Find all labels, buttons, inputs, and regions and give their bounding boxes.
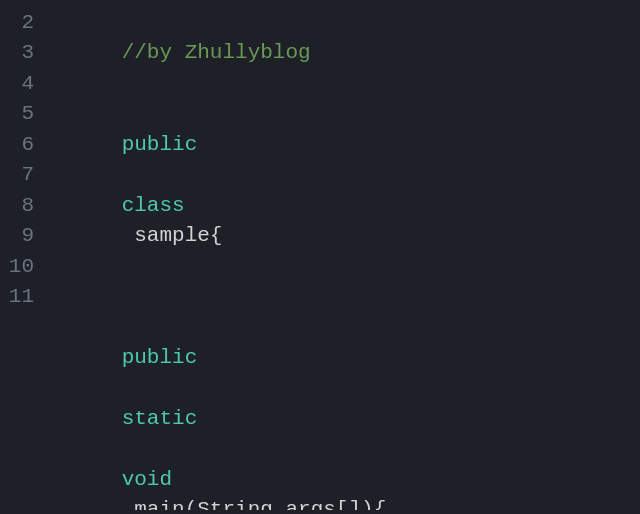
keyword-void: void — [122, 468, 172, 491]
line-num-7: 7 — [4, 160, 34, 190]
keyword-public2: public — [122, 346, 198, 369]
keyword-static: static — [122, 407, 198, 430]
comment-token: //by Zhullyblog — [122, 41, 311, 64]
line-num-2: 2 — [4, 8, 34, 38]
code-line-3: public class sample{ — [46, 99, 640, 282]
line-num-5: 5 — [4, 99, 34, 129]
code-line-2: //by Zhullyblog — [46, 8, 640, 99]
line-num-9: 9 — [4, 221, 34, 251]
line-num-3: 3 — [4, 38, 34, 68]
code-content[interactable]: //by Zhullyblog public class sample{ pub… — [42, 4, 640, 510]
keyword-public: public — [122, 133, 198, 156]
line-num-8: 8 — [4, 191, 34, 221]
code-line-4: public static void main(String args[]){ — [46, 282, 640, 510]
line-numbers: 2 3 4 5 6 7 8 9 10 11 — [0, 4, 42, 510]
line-num-11: 11 — [4, 282, 34, 312]
keyword-class: class — [122, 194, 185, 217]
line-num-4: 4 — [4, 69, 34, 99]
code-editor: 2 3 4 5 6 7 8 9 10 11 //by Zhullyblog pu… — [0, 0, 640, 514]
line-num-10: 10 — [4, 252, 34, 282]
line-num-6: 6 — [4, 130, 34, 160]
